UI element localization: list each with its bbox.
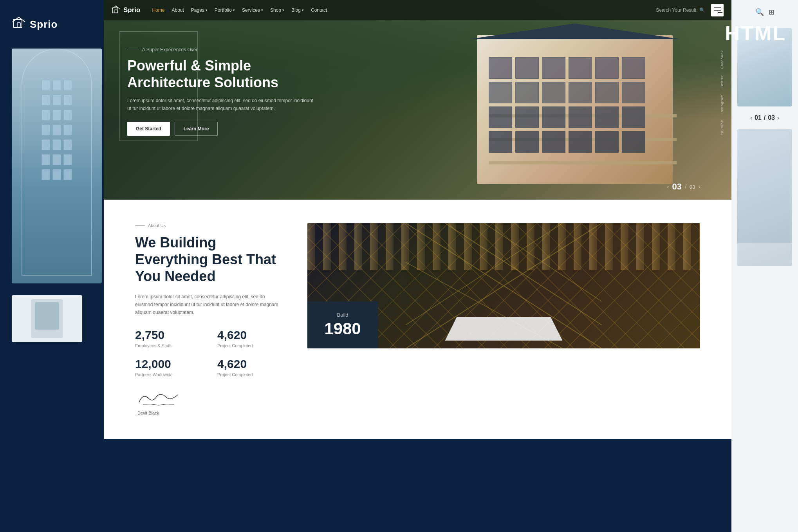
- right-preview-bottom: [737, 129, 792, 266]
- nav-item-contact[interactable]: Contact: [311, 7, 327, 13]
- grid-icon[interactable]: ⊞: [769, 8, 775, 16]
- about-left: About Us We Building Everything Best Tha…: [135, 223, 284, 415]
- hero-buttons: Get Started Learn More: [127, 122, 315, 136]
- right-nav-separator: /: [764, 114, 766, 121]
- stats-grid: 2,750 Employees & Staffs 4,620 Project C…: [135, 328, 284, 377]
- left-device-image: [12, 295, 82, 342]
- stat-completed-number: 4,620: [217, 357, 284, 371]
- hero-slider-nav: ‹ 03 / 03 ›: [667, 182, 700, 192]
- right-nav-counter: ‹ 01 / 03 ›: [750, 114, 779, 121]
- get-started-button[interactable]: Get Started: [127, 122, 170, 136]
- hero-subtitle: A Super Experiences Over: [127, 47, 315, 52]
- left-building-image: [12, 49, 102, 283]
- signature-area: _Devit Black: [135, 389, 284, 415]
- stat-partners-label: Partners Worldwide: [135, 372, 202, 377]
- about-section: About Us We Building Everything Best Tha…: [104, 200, 731, 439]
- main-content: Sprio Home About Pages ▾ Portfolio ▾ Ser…: [104, 0, 731, 532]
- hero-description: Lorem ipsum dolor sit amet, consectetur …: [127, 97, 315, 112]
- search-icon[interactable]: 🔍: [755, 8, 764, 16]
- social-instagram[interactable]: Instagram: [719, 91, 726, 117]
- right-nav-total: 03: [768, 114, 775, 121]
- stat-partners-number: 12,000: [135, 357, 202, 371]
- left-logo-text: Sprio: [30, 18, 58, 31]
- slider-prev[interactable]: ‹: [667, 184, 669, 190]
- slider-next[interactable]: ›: [698, 184, 700, 190]
- hero-title: Powerful & Simple Architecture Solutions: [127, 57, 315, 91]
- build-badge-year: 1980: [324, 319, 361, 338]
- signature-name: _Devit Black: [135, 411, 182, 415]
- stat-completed: 4,620 Project Completed: [217, 357, 284, 377]
- left-arrow-icon[interactable]: ‹: [750, 115, 752, 121]
- about-label: About Us: [135, 223, 284, 228]
- interior-image: Build 1980: [307, 223, 700, 348]
- slider-current: 03: [672, 182, 681, 192]
- social-twitter[interactable]: Twitter: [719, 72, 726, 92]
- nav-item-services[interactable]: Services ▾: [242, 7, 263, 13]
- stat-projects: 4,620 Project Completed: [217, 328, 284, 348]
- nav-item-about[interactable]: About: [172, 7, 184, 13]
- about-description: Lorem ipsum dolor sit amet, consectetur …: [135, 293, 284, 317]
- navbar: Sprio Home About Pages ▾ Portfolio ▾ Ser…: [104, 0, 731, 20]
- right-panel: 🔍 ⊞ ‹ 01 / 03 ›: [731, 0, 798, 532]
- build-badge: Build 1980: [307, 301, 378, 348]
- hero-content: A Super Experiences Over Powerful & Simp…: [127, 47, 315, 136]
- signature: _Devit Black: [135, 389, 182, 415]
- slider-total: 03: [690, 184, 695, 190]
- left-logo: Sprio: [12, 16, 58, 33]
- right-icons-row: 🔍 ⊞: [755, 8, 775, 16]
- nav-item-shop[interactable]: Shop ▾: [270, 7, 284, 13]
- about-title: We Building Everything Best That You Nee…: [135, 234, 284, 285]
- signature-text: [135, 389, 182, 411]
- right-nav-current: 01: [755, 114, 762, 121]
- stat-completed-label: Project Completed: [217, 372, 284, 377]
- nav-logo: Sprio: [112, 5, 140, 16]
- nav-item-pages[interactable]: Pages ▾: [191, 7, 208, 13]
- svg-rect-3: [115, 10, 117, 13]
- svg-rect-1: [17, 23, 20, 27]
- learn-more-button[interactable]: Learn More: [175, 122, 218, 136]
- stat-projects-label: Project Completed: [217, 343, 284, 348]
- stat-employees-label: Employees & Staffs: [135, 343, 202, 348]
- search-icon[interactable]: 🔍: [699, 7, 705, 13]
- nav-item-blog[interactable]: Blog ▾: [291, 7, 304, 13]
- about-right: Build 1980: [307, 223, 700, 415]
- nav-logo-text: Sprio: [123, 6, 140, 14]
- social-youtube[interactable]: Youtube: [719, 117, 726, 139]
- nav-items: Home About Pages ▾ Portfolio ▾ Services …: [152, 7, 656, 13]
- right-arrow-icon[interactable]: ›: [777, 115, 779, 121]
- left-logo-icon: [12, 16, 26, 33]
- build-badge-label: Build: [337, 312, 348, 318]
- stat-employees: 2,750 Employees & Staffs: [135, 328, 202, 348]
- stat-employees-number: 2,750: [135, 328, 202, 342]
- html-label: HTML: [725, 22, 786, 45]
- nav-item-portfolio[interactable]: Portfolio ▾: [215, 7, 235, 13]
- left-sidebar: Sprio: [0, 0, 104, 532]
- nav-logo-icon: [112, 5, 120, 16]
- hero-section: Sprio Home About Pages ▾ Portfolio ▾ Ser…: [104, 0, 731, 200]
- stat-partners: 12,000 Partners Worldwide: [135, 357, 202, 377]
- hamburger-button[interactable]: [711, 4, 724, 16]
- nav-item-home[interactable]: Home: [152, 7, 164, 13]
- social-sidebar: Facebook Twitter Instagram Youtube: [719, 47, 726, 139]
- social-facebook[interactable]: Facebook: [719, 47, 726, 72]
- nav-search: Search Your Result 🔍: [656, 7, 705, 13]
- search-placeholder: Search Your Result: [656, 7, 696, 13]
- stat-projects-number: 4,620: [217, 328, 284, 342]
